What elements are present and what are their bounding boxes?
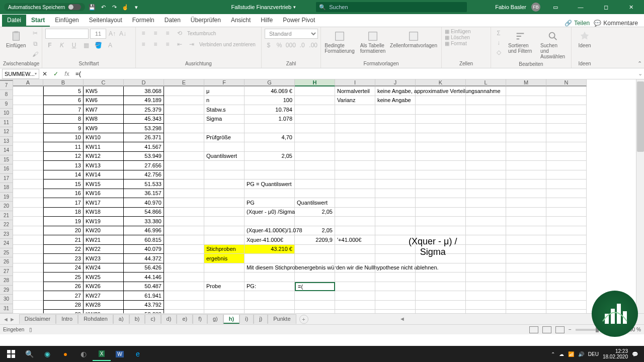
cell-I16[interactable] — [335, 170, 375, 180]
col-header-D[interactable]: D — [124, 79, 164, 86]
cell-L27[interactable] — [466, 273, 506, 282]
cells-format-button[interactable]: ▦ Format — [445, 41, 488, 46]
user-avatar[interactable]: FB — [531, 3, 540, 12]
cell-L23[interactable] — [466, 235, 506, 245]
row-header-16[interactable]: 16 — [0, 164, 13, 174]
tab-insert[interactable]: Einfügen — [50, 15, 84, 27]
sheet-tab-a[interactable]: a) — [113, 314, 129, 324]
cell-J14[interactable] — [375, 152, 416, 161]
font-name-input[interactable] — [45, 29, 89, 39]
cell-C20[interactable]: KW18 — [84, 208, 124, 217]
cell-L19[interactable] — [466, 198, 506, 208]
tray-sound-icon[interactable]: 🔊 — [578, 351, 584, 357]
cell-H15[interactable] — [295, 161, 335, 170]
cell-K19[interactable] — [416, 198, 466, 208]
cell-D8[interactable]: 49.189 — [124, 96, 164, 106]
cell-C23[interactable]: KW21 — [84, 235, 124, 245]
cell-H11[interactable] — [295, 124, 335, 133]
cell-H26[interactable] — [295, 263, 335, 273]
cell-C8[interactable]: KW6 — [84, 96, 124, 106]
sheet-tab-g[interactable]: g) — [207, 314, 223, 324]
cell-L13[interactable] — [466, 142, 506, 152]
cell-L24[interactable] — [466, 245, 506, 254]
cell-D27[interactable]: 44.146 — [124, 273, 164, 282]
cell-D18[interactable]: 36.157 — [124, 189, 164, 199]
cell-H16[interactable] — [295, 170, 335, 180]
fill-icon[interactable]: 🪣 — [94, 41, 103, 50]
cell-G31[interactable] — [245, 310, 295, 313]
cell-B7[interactable]: 5 — [43, 86, 84, 96]
cell-I12[interactable] — [335, 133, 375, 143]
cell-E10[interactable] — [164, 115, 204, 124]
row-header-26[interactable]: 26 — [0, 257, 13, 267]
copy-icon[interactable]: ⧉ — [31, 39, 40, 48]
tray-up-icon[interactable]: ⌃ — [551, 351, 555, 357]
row-header-21[interactable]: 21 — [0, 211, 13, 221]
cell-D9[interactable]: 25.379 — [124, 105, 164, 115]
cell-I17[interactable] — [335, 179, 375, 189]
cell-C17[interactable]: KW15 — [84, 179, 124, 189]
cell-C28[interactable]: KW26 — [84, 282, 124, 292]
cell-C7[interactable]: KW5 — [84, 86, 124, 96]
cell-L20[interactable] — [466, 208, 506, 217]
cell-A15[interactable] — [13, 161, 43, 170]
font-size-input[interactable] — [90, 29, 106, 39]
row-header-14[interactable]: 14 — [0, 146, 13, 155]
maximize-icon[interactable]: ◻ — [596, 0, 616, 14]
cell-K21[interactable] — [416, 217, 466, 226]
cell-J27[interactable] — [375, 273, 416, 282]
row-header-23[interactable]: 23 — [0, 230, 13, 239]
row-header-25[interactable]: 25 — [0, 248, 13, 258]
cell-F14[interactable]: Quantilswert — [204, 152, 245, 161]
tray-lang[interactable]: DEU — [588, 351, 599, 357]
cell-D7[interactable]: 38.068 — [124, 86, 164, 96]
row-header-22[interactable]: 22 — [0, 220, 13, 230]
cell-K16[interactable] — [416, 170, 466, 180]
cell-G24[interactable]: 43.210 € — [245, 245, 295, 254]
cell-A14[interactable] — [13, 152, 43, 161]
cell-K14[interactable] — [416, 152, 466, 161]
cell-G19[interactable]: PG — [245, 198, 295, 208]
cell-L16[interactable] — [466, 170, 506, 180]
minimize-icon[interactable]: — — [571, 0, 591, 14]
cell-F7[interactable]: μ — [204, 86, 245, 96]
cell-M23[interactable] — [506, 235, 546, 245]
cell-G27[interactable] — [245, 273, 295, 282]
cell-B22[interactable]: 20 — [43, 226, 84, 236]
cell-A27[interactable] — [13, 273, 43, 282]
bold-icon[interactable]: F — [45, 41, 54, 50]
tray-notifications-icon[interactable]: 💬 — [632, 351, 638, 357]
cell-K25[interactable] — [416, 254, 466, 263]
cell-E24[interactable] — [164, 245, 204, 254]
cell-E14[interactable] — [164, 152, 204, 161]
cell-E15[interactable] — [164, 161, 204, 170]
cell-A31[interactable] — [13, 310, 43, 313]
align-right-icon[interactable]: ≡ — [163, 40, 172, 49]
col-header-H[interactable]: H — [295, 79, 335, 86]
cell-A8[interactable] — [13, 96, 43, 106]
cell-B16[interactable]: 14 — [43, 170, 84, 180]
cell-B9[interactable]: 7 — [43, 105, 84, 115]
cell-G23[interactable]: Xquer-41.000€ — [245, 235, 295, 245]
tab-review[interactable]: Überprüfen — [186, 15, 226, 27]
row-header-8[interactable]: 8 — [0, 90, 13, 100]
cell-D13[interactable]: 41.567 — [124, 142, 164, 152]
cell-L21[interactable] — [466, 217, 506, 226]
cell-N18[interactable] — [546, 189, 587, 199]
cell-C11[interactable]: KW9 — [84, 124, 124, 133]
paste-button[interactable]: Einfügen — [3, 29, 29, 61]
cell-B11[interactable]: 9 — [43, 124, 84, 133]
view-normal-icon[interactable] — [529, 326, 538, 333]
row-header-30[interactable]: 30 — [0, 295, 13, 304]
cell-D11[interactable]: 53.298 — [124, 124, 164, 133]
cell-K8[interactable] — [416, 96, 466, 106]
sort-button[interactable]: Sortieren und Filtern — [505, 29, 535, 61]
align-mid-icon[interactable]: ≡ — [151, 29, 160, 38]
cell-H19[interactable]: Quantilswert — [295, 198, 335, 208]
dec-dec-icon[interactable]: .00 — [309, 41, 317, 50]
cell-F29[interactable] — [204, 291, 245, 301]
fx-icon[interactable]: fx — [61, 70, 72, 77]
cell-D24[interactable]: 40.079 — [124, 245, 164, 254]
tab-home[interactable]: Start — [26, 15, 50, 27]
cell-D31[interactable]: 52.688 — [124, 310, 164, 313]
